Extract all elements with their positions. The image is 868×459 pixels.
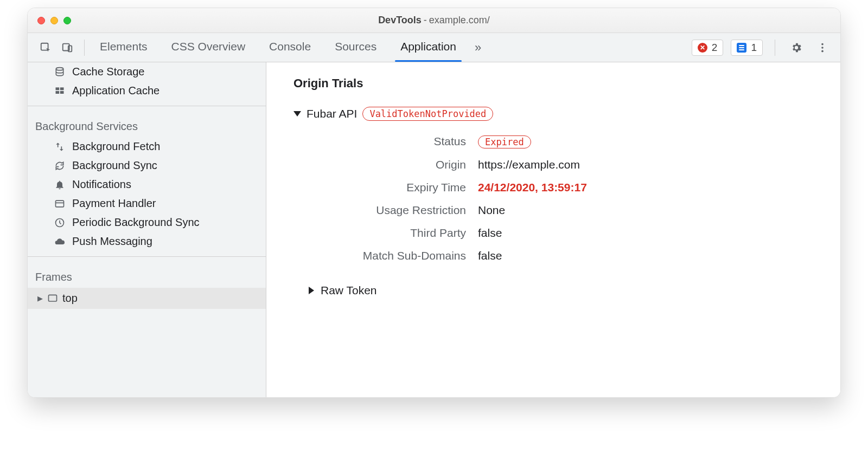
svg-point-4 (821, 47, 824, 49)
frame-icon (47, 293, 58, 304)
svg-rect-7 (56, 87, 60, 90)
message-count: 1 (751, 42, 757, 54)
devtools-tabstrip: Elements CSS Overview Console Sources Ap… (28, 33, 840, 62)
tab-sources[interactable]: Sources (333, 35, 379, 60)
sidebar-frame-top[interactable]: ▶ top (28, 288, 266, 309)
tab-label: Sources (335, 40, 376, 53)
credit-card-icon (54, 198, 66, 210)
chevron-down-icon (293, 111, 301, 117)
usage-label: Usage Restriction (310, 204, 478, 217)
sidebar-item-label: Background Sync (72, 159, 157, 172)
sidebar-header-background-services: Background Services (28, 112, 266, 137)
tab-console[interactable]: Console (267, 35, 313, 60)
origin-value: https://example.com (478, 158, 813, 171)
bell-icon (54, 179, 66, 191)
raw-token-label: Raw Token (321, 284, 377, 297)
error-count: 2 (712, 42, 718, 54)
traffic-lights (37, 17, 71, 24)
error-count-badge[interactable]: ✕ 2 (692, 40, 724, 56)
tab-application[interactable]: Application (398, 35, 458, 60)
sidebar-item-periodic-background-sync[interactable]: Periodic Background Sync (28, 213, 266, 232)
tab-label: CSS Overview (171, 40, 246, 53)
sidebar-divider (28, 106, 266, 106)
status-label: Status (310, 135, 478, 148)
window-titlebar: DevTools - example.com/ (28, 8, 840, 33)
kebab-icon (816, 42, 828, 54)
clock-icon (54, 217, 66, 229)
third-party-value: false (478, 227, 813, 240)
tab-label: Console (269, 40, 311, 53)
origin-label: Origin (310, 158, 478, 171)
chevron-double-right-icon: » (475, 41, 481, 54)
sidebar-item-application-cache[interactable]: Application Cache (28, 81, 266, 100)
sidebar-item-background-sync[interactable]: Background Sync (28, 156, 266, 175)
tabstrip-right-cluster: ✕ 2 1 (692, 38, 832, 57)
tabstrip-divider (84, 40, 85, 56)
sidebar-item-notifications[interactable]: Notifications (28, 175, 266, 194)
expiry-label: Expiry Time (310, 181, 478, 194)
trial-disclosure[interactable]: Fubar API ValidTokenNotProvided (293, 107, 813, 121)
svg-rect-9 (56, 91, 60, 94)
sidebar-item-label: Payment Handler (72, 197, 156, 210)
database-stack-icon (54, 66, 66, 78)
svg-point-5 (821, 50, 824, 52)
device-toolbar-icon[interactable] (58, 38, 76, 57)
cloud-icon (54, 236, 66, 248)
sidebar-item-background-fetch[interactable]: Background Fetch (28, 137, 266, 156)
svg-rect-8 (60, 87, 64, 90)
sidebar-item-push-messaging[interactable]: Push Messaging (28, 232, 266, 251)
chevron-right-icon (309, 287, 314, 294)
grid-icon (54, 85, 66, 97)
sidebar-header-frames: Frames (28, 262, 266, 288)
panel-body: Cache Storage Application Cache Backgrou… (28, 62, 840, 397)
svg-rect-10 (60, 91, 64, 94)
kebab-menu-button[interactable] (813, 38, 832, 57)
status-pill: Expired (478, 135, 531, 148)
trial-details-grid: Status Expired Origin https://example.co… (310, 135, 813, 262)
origin-trials-heading: Origin Trials (293, 76, 813, 90)
raw-token-disclosure[interactable]: Raw Token (309, 284, 813, 297)
inspect-element-icon[interactable] (36, 38, 55, 57)
svg-point-3 (821, 43, 824, 45)
trial-name: Fubar API (307, 107, 357, 120)
svg-rect-13 (49, 295, 57, 301)
more-tabs-button[interactable]: » (475, 41, 481, 55)
window-title: DevTools - example.com/ (28, 15, 840, 26)
expiry-value: 24/12/2020, 13:59:17 (478, 181, 813, 194)
tab-elements[interactable]: Elements (98, 35, 150, 60)
usage-value: None (478, 204, 813, 217)
tab-css-overview[interactable]: CSS Overview (169, 35, 248, 60)
sidebar-item-label: Background Fetch (72, 140, 160, 153)
sidebar-item-label: Notifications (72, 178, 131, 191)
sidebar-divider (28, 256, 266, 257)
tab-label: Application (400, 40, 456, 53)
error-icon: ✕ (698, 43, 707, 53)
tabstrip-divider (775, 40, 775, 56)
message-icon (737, 43, 746, 53)
sidebar-item-label: Cache Storage (72, 66, 144, 78)
sidebar-item-cache-storage[interactable]: Cache Storage (28, 62, 266, 81)
sidebar-item-label: Push Messaging (72, 235, 152, 248)
trial-status-pill-label: ValidTokenNotProvided (369, 108, 486, 119)
application-main-panel: Origin Trials Fubar API ValidTokenNotPro… (266, 62, 840, 397)
svg-rect-11 (56, 201, 64, 207)
settings-button[interactable] (787, 38, 806, 57)
window-title-app: DevTools (378, 15, 422, 26)
chevron-right-icon: ▶ (37, 294, 43, 302)
gear-icon (790, 42, 802, 54)
frame-label: top (62, 292, 78, 305)
status-value: Expired (478, 135, 813, 148)
sidebar-item-label: Application Cache (72, 85, 159, 97)
third-party-label: Third Party (310, 227, 478, 240)
match-subdomains-label: Match Sub-Domains (310, 249, 478, 262)
svg-point-6 (56, 67, 63, 70)
minimize-window-button[interactable] (50, 17, 58, 24)
sidebar-item-payment-handler[interactable]: Payment Handler (28, 194, 266, 213)
application-sidebar: Cache Storage Application Cache Backgrou… (28, 62, 266, 397)
message-count-badge[interactable]: 1 (731, 40, 763, 56)
panel-tabs: Elements CSS Overview Console Sources Ap… (98, 35, 458, 60)
status-pill-label: Expired (485, 137, 524, 147)
zoom-window-button[interactable] (63, 17, 71, 24)
sidebar-item-label: Periodic Background Sync (72, 216, 200, 229)
close-window-button[interactable] (37, 17, 45, 24)
